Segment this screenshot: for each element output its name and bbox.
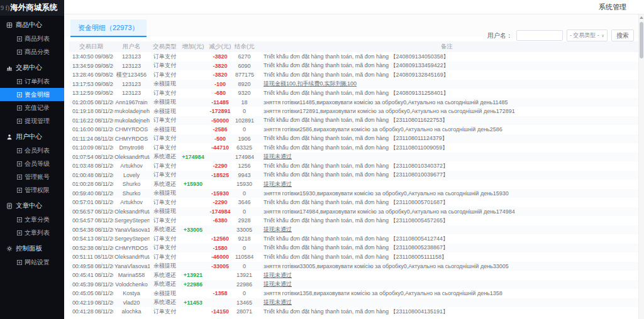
cell-date: 00:41:28 08/11/2023 <box>69 307 113 316</box>
cell-bal: 877175 <box>234 70 255 80</box>
table-row: 01:03:48 08/11/2023Artukhov订单支付-22901256… <box>69 161 639 171</box>
cell-remark: зняття готівки2586,вираховувати комісію … <box>255 125 639 134</box>
sidebar-item[interactable]: 商品分类 <box>0 45 64 58</box>
plus-square-icon <box>17 105 22 111</box>
cell-bal: 3646 <box>234 198 255 207</box>
plus-square-icon <box>17 79 22 84</box>
sidebar-section-title[interactable]: 文章中心 <box>0 199 64 213</box>
sidebar-section-title[interactable]: 商品中心 <box>0 18 64 32</box>
cell-dec: -18525 <box>206 171 234 180</box>
scrollbar-thumb[interactable] <box>640 22 643 58</box>
cell-user: CHMYRDOS <box>113 134 150 144</box>
cell-remark[interactable]: 提现未通过 <box>255 271 639 280</box>
cell-bal: 28071 <box>234 307 255 316</box>
cell-type: 余额提现 <box>150 98 180 107</box>
cell-bal: 63325 <box>234 143 255 153</box>
cell-remark[interactable]: 提现未通过 <box>255 298 639 308</box>
cell-bal: 0 <box>234 244 255 253</box>
cell-bal: 1906 <box>234 134 255 144</box>
cell-remark[interactable]: 提现未通过 <box>255 180 639 189</box>
cell-remark: зняття готівки15930,вираховувати комісію… <box>255 189 639 198</box>
sidebar-item[interactable]: 管理权限 <box>0 183 64 197</box>
table-body: 13:40:50 09/08/2024123123订单支付-38206270Tr… <box>69 52 639 316</box>
cell-type: 余额提现 <box>150 289 180 298</box>
cell-remark: зняття готівки172891,вираховувати комісі… <box>255 107 639 116</box>
cell-date: 01:07:54 08/11/2023 <box>69 153 113 162</box>
sidebar-item-label: 商品列表 <box>25 35 50 43</box>
cell-remark[interactable]: 提现金额100,扣手续费0,实际到账100 <box>255 80 639 89</box>
sidebar-item[interactable]: 文章列表 <box>0 226 64 239</box>
tab-fund-details[interactable]: 资金明细（22973） <box>70 19 147 37</box>
transaction-type-select[interactable]: - 交易类型 - ∨ <box>567 30 608 41</box>
sidebar-item[interactable]: 网站设置 <box>0 256 64 269</box>
cell-inc: +33005 <box>180 225 206 235</box>
cell-type: 余额提现 <box>150 189 180 198</box>
cell-type: 订单支付 <box>150 134 180 144</box>
cell-inc <box>180 134 206 144</box>
cell-dec <box>206 225 234 235</box>
cell-inc <box>180 70 206 80</box>
sidebar-item[interactable]: 商品列表 <box>0 32 64 45</box>
header-balance: 结余(元) <box>234 41 255 52</box>
cell-date: 01:20:05 08/11/2023 <box>69 98 113 107</box>
sidebar-section-label: 交易中心 <box>16 63 42 72</box>
cell-type: 余额提现 <box>150 207 180 217</box>
cell-date: 00:57:01 08/11/2023 <box>69 198 113 207</box>
cell-type: 余额提现 <box>150 80 180 89</box>
sidebar-section-title[interactable]: 用户中心 <box>0 130 64 144</box>
cell-remark: Triết khấu đơn đặt hàng thanh toán, mã đ… <box>255 116 639 126</box>
table-row: 00:56:57 08/11/2023OleksandrRuta余额提现-174… <box>69 207 639 217</box>
sidebar-item[interactable]: 充值记录 <box>0 101 64 114</box>
doc-icon <box>6 203 13 209</box>
sidebar-section-title[interactable]: 控制面板 <box>0 242 64 256</box>
cell-type: 订单支付 <box>150 116 180 126</box>
cell-type: 订单支付 <box>150 70 180 80</box>
cell-remark[interactable]: 提现未通过 <box>255 153 639 162</box>
sidebar-item-active[interactable]: 资金明细 <box>0 88 64 101</box>
cell-date: 01:00:48 08/11/2023 <box>69 171 113 180</box>
plus-square-icon <box>17 161 22 166</box>
sidebar-section-title[interactable]: 交易中心 <box>0 61 64 75</box>
sidebar-item[interactable]: 提现管理 <box>0 114 64 127</box>
plus-square-icon <box>17 119 22 124</box>
cell-remark[interactable]: 提现未通过 <box>255 280 639 289</box>
sidebar-item[interactable]: 文章分类 <box>0 213 64 226</box>
cell-remark[interactable]: 提现未通过 <box>255 225 639 235</box>
sidebar-nav: 商品中心商品列表商品分类交易中心订单列表资金明细充值记录提现管理用户中心会员列表… <box>0 18 64 269</box>
cell-dec: -44710 <box>206 143 234 153</box>
sidebar-section-label: 用户中心 <box>16 132 42 141</box>
cell-inc <box>180 207 206 217</box>
cell-bal: 0 <box>234 107 255 116</box>
cell-date: 01:10:09 08/11/2023 <box>69 143 113 153</box>
username-input[interactable] <box>516 30 563 41</box>
chevron-down-icon: ∨ <box>601 33 604 38</box>
plus-square-icon <box>17 188 22 193</box>
sidebar-item[interactable]: 管理账号 <box>0 170 64 183</box>
cell-inc <box>180 107 206 116</box>
cell-inc: +13921 <box>180 271 206 280</box>
cell-dec: -3820 <box>206 62 234 71</box>
cell-user: 123123 <box>113 52 150 62</box>
cell-user: YanaVlasova1985 <box>113 262 150 271</box>
cell-dec: -2290 <box>206 161 234 171</box>
transaction-type-value: - 交易类型 - <box>570 31 599 40</box>
sidebar-item[interactable]: 会员列表 <box>0 144 64 157</box>
cell-user: 123123 <box>113 89 150 98</box>
cell-dec: -1580 <box>206 244 234 253</box>
cell-user: 123123 <box>113 80 150 89</box>
sidebar-item[interactable]: 订单列表 <box>0 75 64 88</box>
user-icon <box>6 134 13 140</box>
cell-bal: 102891 <box>234 116 255 126</box>
search-button[interactable]: 搜索 <box>611 30 634 41</box>
cell-date: 01:16:00 08/11/2023 <box>69 125 113 134</box>
vertical-scrollbar[interactable] <box>638 14 644 319</box>
cell-date: 00:56:57 08/11/2023 <box>69 207 113 217</box>
cell-remark: Triết khấu đơn đặt hàng thanh toán, mã đ… <box>255 52 639 62</box>
box-icon <box>6 22 13 28</box>
sidebar-item[interactable]: 会员等级 <box>0 157 64 170</box>
system-admin-link[interactable]: 系统管理 <box>599 3 626 12</box>
cell-inc <box>180 234 206 244</box>
cell-date: 00:59:40 08/11/2023 <box>69 189 113 198</box>
scroll-up-arrow-icon[interactable] <box>640 16 643 19</box>
cell-user: Artukhov <box>113 198 150 207</box>
